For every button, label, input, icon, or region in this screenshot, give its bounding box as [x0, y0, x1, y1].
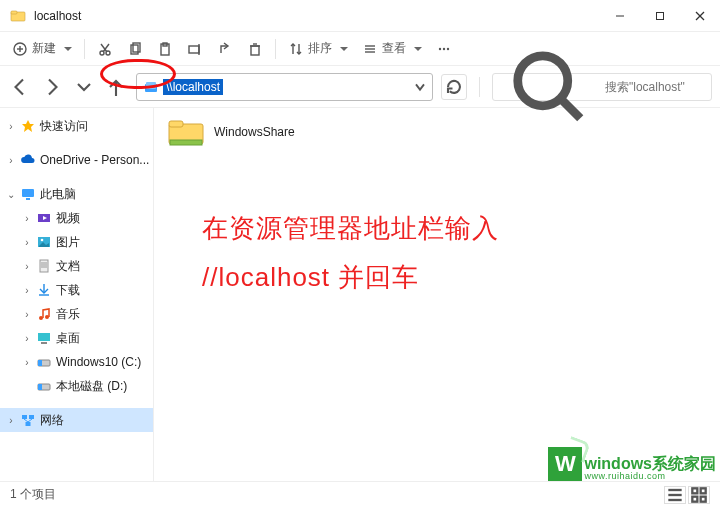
drive-icon [36, 378, 52, 394]
svg-rect-67 [692, 488, 697, 493]
separator [275, 39, 276, 59]
share-button[interactable] [211, 35, 239, 63]
svg-rect-19 [251, 46, 259, 55]
paste-button[interactable] [151, 35, 179, 63]
rename-button[interactable] [181, 35, 209, 63]
separator [479, 77, 480, 97]
window-title: localhost [34, 9, 81, 23]
svg-point-27 [439, 47, 441, 49]
svg-point-33 [518, 55, 568, 105]
svg-rect-1 [11, 11, 17, 14]
sidebar-item-desktop[interactable]: ›桌面 [0, 326, 153, 350]
sidebar-item-drive-c[interactable]: ›Windows10 (C:) [0, 350, 153, 374]
star-icon [20, 118, 36, 134]
address-dropdown[interactable] [412, 79, 428, 95]
svg-rect-69 [692, 496, 697, 501]
sidebar-label: 本地磁盘 (D:) [56, 378, 127, 395]
forward-button[interactable] [40, 75, 64, 99]
svg-marker-35 [22, 120, 34, 132]
svg-rect-58 [26, 422, 31, 426]
location-icon [143, 79, 159, 95]
network-icon [20, 412, 36, 428]
search-input[interactable] [605, 80, 705, 94]
sidebar-item-pictures[interactable]: ›图片 [0, 230, 153, 254]
sidebar-label: 此电脑 [40, 186, 76, 203]
svg-rect-68 [701, 488, 706, 493]
cloud-icon [20, 152, 36, 168]
close-button[interactable] [680, 0, 720, 32]
instruction-overlay: 在资源管理器地址栏输入 //localhost 并回车 [202, 204, 499, 303]
document-icon [36, 258, 52, 274]
svg-point-28 [443, 47, 445, 49]
view-button-label: 查看 [382, 40, 406, 57]
sidebar-label: 下载 [56, 282, 80, 299]
overlay-line1: 在资源管理器地址栏输入 [202, 204, 499, 253]
sidebar-item-this-pc[interactable]: ⌄此电脑 [0, 182, 153, 206]
copy-button[interactable] [121, 35, 149, 63]
overlay-line2: //localhost 并回车 [202, 253, 499, 302]
new-button[interactable]: 新建 [6, 35, 78, 63]
download-icon [36, 282, 52, 298]
svg-rect-55 [38, 384, 42, 390]
sidebar-label: 桌面 [56, 330, 80, 347]
svg-rect-37 [26, 198, 30, 200]
watermark-line2: www.ruihaidu.com [584, 472, 716, 481]
sidebar-item-downloads[interactable]: ›下载 [0, 278, 153, 302]
svg-rect-51 [41, 342, 47, 344]
recent-dropdown[interactable] [72, 75, 96, 99]
sidebar-item-drive-d[interactable]: 本地磁盘 (D:) [0, 374, 153, 398]
address-bar[interactable]: \\localhost [136, 73, 433, 101]
details-view-button[interactable] [664, 486, 686, 504]
cut-button[interactable] [91, 35, 119, 63]
svg-point-41 [41, 239, 44, 242]
maximize-button[interactable] [640, 0, 680, 32]
content-pane[interactable]: WindowsShare 在资源管理器地址栏输入 //localhost 并回车 [154, 108, 720, 481]
sidebar-item-documents[interactable]: ›文档 [0, 254, 153, 278]
svg-rect-56 [22, 415, 27, 419]
sort-button-label: 排序 [308, 40, 332, 57]
sidebar-item-music[interactable]: ›音乐 [0, 302, 153, 326]
back-button[interactable] [8, 75, 32, 99]
minimize-button[interactable] [600, 0, 640, 32]
svg-rect-50 [38, 333, 50, 341]
new-button-label: 新建 [32, 40, 56, 57]
svg-point-29 [447, 47, 449, 49]
sidebar: ›快速访问 ›OneDrive - Person... ⌄此电脑 ›视频 ›图片… [0, 108, 154, 481]
watermark-line1: windows系统家园 [584, 456, 716, 472]
svg-rect-36 [22, 189, 34, 197]
sidebar-item-network[interactable]: ›网络 [0, 408, 153, 432]
svg-rect-57 [29, 415, 34, 419]
svg-rect-63 [170, 140, 202, 145]
view-button[interactable]: 查看 [356, 35, 428, 63]
sidebar-label: 音乐 [56, 306, 80, 323]
status-bar: 1 个项目 [0, 481, 720, 507]
search-box[interactable] [492, 73, 712, 101]
sidebar-item-quick-access[interactable]: ›快速访问 [0, 114, 153, 138]
item-name: WindowsShare [214, 125, 295, 139]
watermark-badge: W [548, 447, 582, 481]
shared-folder-icon [168, 118, 204, 146]
pc-icon [20, 186, 36, 202]
sidebar-item-onedrive[interactable]: ›OneDrive - Person... [0, 148, 153, 172]
toolbar: 新建 排序 查看 [0, 32, 720, 66]
sort-button[interactable]: 排序 [282, 35, 354, 63]
drive-icon [36, 354, 52, 370]
svg-line-60 [28, 419, 32, 422]
icons-view-button[interactable] [688, 486, 710, 504]
delete-button[interactable] [241, 35, 269, 63]
sidebar-label: Windows10 (C:) [56, 355, 141, 369]
svg-rect-32 [146, 82, 156, 89]
view-mode-toggle [664, 486, 710, 504]
music-icon [36, 306, 52, 322]
up-button[interactable] [104, 75, 128, 99]
main-area: ›快速访问 ›OneDrive - Person... ⌄此电脑 ›视频 ›图片… [0, 108, 720, 481]
watermark: W windows系统家园 www.ruihaidu.com [548, 447, 716, 481]
list-item[interactable]: WindowsShare [168, 118, 706, 146]
address-text: \\localhost [163, 79, 223, 95]
svg-rect-42 [40, 260, 48, 272]
svg-rect-53 [38, 360, 42, 366]
refresh-button[interactable] [441, 74, 467, 100]
sidebar-item-videos[interactable]: ›视频 [0, 206, 153, 230]
titlebar: localhost [0, 0, 720, 32]
more-button[interactable] [430, 35, 458, 63]
